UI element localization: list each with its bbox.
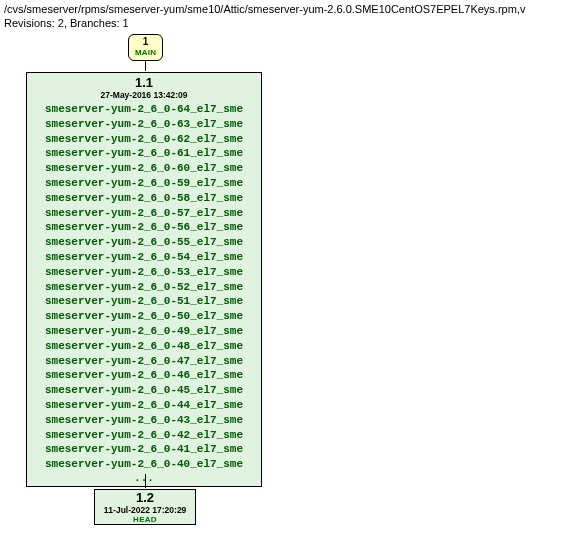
revision-date-1-1: 27-May-2016 13:42:09 [33, 90, 255, 100]
revision-number-1-1: 1.1 [33, 75, 255, 90]
revision-tag: smeserver-yum-2_6_0-53_el7_sme [33, 265, 255, 280]
revision-tag: smeserver-yum-2_6_0-63_el7_sme [33, 117, 255, 132]
revision-tag: smeserver-yum-2_6_0-64_el7_sme [33, 102, 255, 117]
branch-node-main: 1 MAIN [128, 34, 163, 61]
revision-tag: smeserver-yum-2_6_0-43_el7_sme [33, 413, 255, 428]
revision-node-1-1: 1.1 27-May-2016 13:42:09 smeserver-yum-2… [26, 72, 262, 487]
revision-tag: smeserver-yum-2_6_0-55_el7_sme [33, 235, 255, 250]
revision-tag: smeserver-yum-2_6_0-58_el7_sme [33, 191, 255, 206]
connector-main-to-11 [145, 61, 146, 71]
file-path: /cvs/smeserver/rpms/smeserver-yum/sme10/… [4, 2, 574, 16]
revision-tag: smeserver-yum-2_6_0-48_el7_sme [33, 339, 255, 354]
revision-tag: smeserver-yum-2_6_0-49_el7_sme [33, 324, 255, 339]
revision-node-1-2: 1.2 11-Jul-2022 17:20:29 HEAD [94, 489, 196, 525]
revision-tag: smeserver-yum-2_6_0-44_el7_sme [33, 398, 255, 413]
revision-tags-list-1-1: smeserver-yum-2_6_0-64_el7_smesmeserver-… [33, 102, 255, 472]
revision-tag: smeserver-yum-2_6_0-41_el7_sme [33, 442, 255, 457]
tags-ellipsis: ... [33, 472, 255, 484]
revision-tag: smeserver-yum-2_6_0-59_el7_sme [33, 176, 255, 191]
revision-tag: smeserver-yum-2_6_0-40_el7_sme [33, 457, 255, 472]
revision-tag: smeserver-yum-2_6_0-61_el7_sme [33, 146, 255, 161]
revisions-branches-meta: Revisions: 2, Branches: 1 [4, 16, 574, 30]
header-block: /cvs/smeserver/rpms/smeserver-yum/sme10/… [0, 0, 578, 30]
revision-tag: smeserver-yum-2_6_0-57_el7_sme [33, 206, 255, 221]
revision-tag: smeserver-yum-2_6_0-47_el7_sme [33, 354, 255, 369]
revision-number-1-2: 1.2 [95, 491, 195, 505]
revision-tag: smeserver-yum-2_6_0-50_el7_sme [33, 309, 255, 324]
revision-tag: smeserver-yum-2_6_0-62_el7_sme [33, 132, 255, 147]
revision-tag: smeserver-yum-2_6_0-54_el7_sme [33, 250, 255, 265]
revision-tag: smeserver-yum-2_6_0-51_el7_sme [33, 294, 255, 309]
revision-tag: smeserver-yum-2_6_0-45_el7_sme [33, 383, 255, 398]
revision-head-label: HEAD [95, 515, 195, 524]
revision-tag: smeserver-yum-2_6_0-52_el7_sme [33, 280, 255, 295]
revision-date-1-2: 11-Jul-2022 17:20:29 [95, 505, 195, 515]
revision-tag: smeserver-yum-2_6_0-42_el7_sme [33, 428, 255, 443]
revision-tag: smeserver-yum-2_6_0-60_el7_sme [33, 161, 255, 176]
branch-node-label: MAIN [129, 47, 162, 59]
revision-tag: smeserver-yum-2_6_0-46_el7_sme [33, 368, 255, 383]
page-root: /cvs/smeserver/rpms/smeserver-yum/sme10/… [0, 0, 578, 543]
connector-11-to-12 [145, 474, 146, 488]
revision-tag: smeserver-yum-2_6_0-56_el7_sme [33, 220, 255, 235]
